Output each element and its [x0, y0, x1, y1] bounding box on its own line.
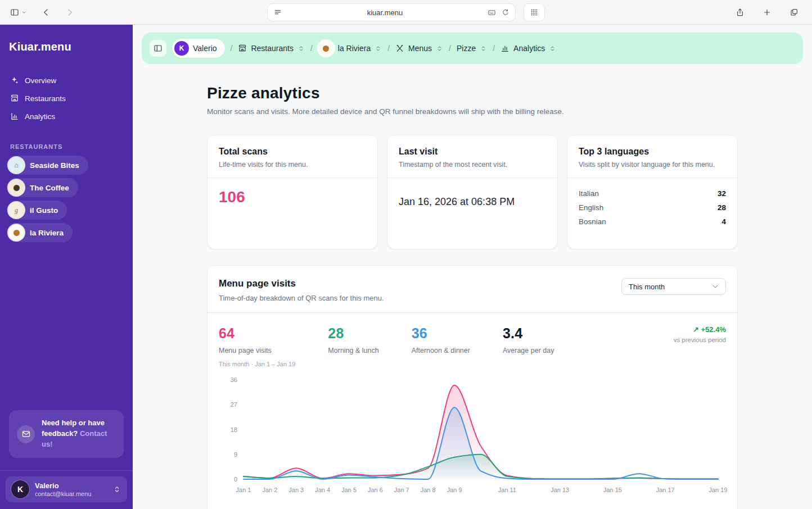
sidebar-item-overview[interactable]: Overview — [6, 72, 127, 88]
breadcrumb-label: Pizze — [457, 44, 476, 53]
breadcrumb-label: la Riviera — [338, 44, 371, 53]
main-content: KValerio/Restaurants/la Riviera/Menus/Pi… — [133, 25, 812, 509]
restaurant-list: ⌂Seaside BitesThe Coffeegil Gustola Rivi… — [0, 156, 133, 242]
language-value: 28 — [718, 203, 726, 212]
help-card: Need help or have feedback? Contact us! — [9, 410, 124, 458]
svg-text:0: 0 — [234, 476, 237, 483]
restaurant-avatar — [318, 40, 334, 56]
sidebar-item-label: Restaurants — [25, 94, 66, 103]
breadcrumb-item-menus[interactable]: Menus — [395, 44, 443, 53]
breadcrumb-separator: / — [493, 44, 495, 53]
language-row: English28 — [579, 203, 726, 212]
share-icon — [736, 8, 745, 17]
chevron-left-icon — [42, 8, 51, 17]
restaurant-name: il Gusto — [30, 206, 58, 215]
svg-text:Jan 7: Jan 7 — [394, 487, 409, 493]
sidebar: Kiuar.menu OverviewRestaurantsAnalytics … — [0, 25, 133, 509]
breadcrumb-item-valerio[interactable]: KValerio — [172, 39, 225, 58]
chevrons-up-down-icon — [549, 45, 556, 52]
top-languages-card: Top 3 languages Visits split by visitor … — [567, 135, 738, 249]
trend-value: +52.4% — [701, 325, 726, 334]
trend-caption: vs previous period — [674, 337, 726, 343]
storefront-icon — [10, 94, 19, 103]
restaurant-avatar: ⌂ — [8, 157, 24, 173]
breadcrumb-label: Valerio — [193, 44, 217, 53]
date-range-value: This month — [629, 283, 665, 291]
page-title: Pizze analytics — [207, 84, 738, 102]
last-visit-card: Last visit Timestamp of the most recent … — [387, 135, 558, 249]
svg-text:Jan 2: Jan 2 — [262, 487, 277, 493]
svg-text:Jan 6: Jan 6 — [368, 487, 383, 493]
grid-icon — [529, 7, 539, 17]
stat-label: Average per day — [503, 347, 554, 355]
breadcrumb-label: Restaurants — [251, 44, 293, 53]
svg-text:Jan 15: Jan 15 — [603, 487, 622, 493]
breadcrumb-separator: / — [449, 44, 451, 53]
chevrons-up-down-icon — [436, 45, 443, 52]
stats-row: 64Menu page visitsThis month · Jan 1 – J… — [207, 313, 737, 367]
breadcrumb-item-la-riviera[interactable]: la Riviera — [318, 40, 382, 56]
reload-icon[interactable] — [502, 8, 509, 16]
tabs-icon — [790, 8, 799, 17]
svg-text:Jan 13: Jan 13 — [551, 487, 569, 493]
language-label: Italian — [579, 189, 599, 198]
reader-icon[interactable] — [273, 8, 282, 17]
card-description: Visits split by visitor language for thi… — [579, 161, 726, 169]
app-logo: Kiuar.menu — [0, 25, 133, 57]
chevrons-up-down-icon — [112, 485, 121, 494]
date-range-select[interactable]: This month — [621, 278, 726, 295]
language-row: Bosnian4 — [579, 217, 726, 226]
svg-text:Jan 8: Jan 8 — [421, 487, 436, 493]
sidebar-nav: OverviewRestaurantsAnalytics — [0, 72, 133, 124]
breadcrumb-item-pizze[interactable]: Pizze — [457, 44, 487, 53]
sidebar-collapse-button[interactable] — [150, 40, 166, 57]
breadcrumb-separator: / — [231, 44, 233, 53]
panel-left-icon — [10, 8, 19, 17]
back-button[interactable] — [39, 6, 53, 19]
restaurant-item-il-gusto[interactable]: gil Gusto — [7, 201, 67, 220]
sidebar-item-analytics[interactable]: Analytics — [6, 108, 127, 124]
storefront-icon — [238, 44, 247, 53]
stat-value: 36 — [412, 325, 470, 342]
svg-text:Jan 9: Jan 9 — [447, 487, 462, 493]
breadcrumb: KValerio/Restaurants/la Riviera/Menus/Pi… — [142, 33, 803, 64]
svg-text:27: 27 — [231, 401, 237, 408]
stat-label: Menu page visits — [219, 347, 295, 355]
trend-indicator: ↗ +52.4%vs previous period — [674, 325, 726, 367]
breadcrumb-item-restaurants[interactable]: Restaurants — [238, 44, 304, 53]
restaurant-item-the-coffee[interactable]: The Coffee — [7, 178, 78, 197]
card-title: Total scans — [219, 147, 366, 157]
new-tab-button[interactable] — [760, 6, 774, 19]
language-row: Italian32 — [579, 189, 726, 198]
last-visit-value: Jan 16, 2026 at 06:38 PM — [399, 196, 546, 208]
breadcrumb-item-analytics[interactable]: Analytics — [500, 44, 556, 53]
card-title: Last visit — [399, 147, 546, 157]
address-bar[interactable]: kiuar.menu — [268, 4, 515, 21]
restaurant-item-seaside-bites[interactable]: ⌂Seaside Bites — [7, 156, 88, 175]
sidebar-item-label: Analytics — [25, 112, 55, 121]
chevrons-up-down-icon — [375, 45, 382, 52]
user-menu[interactable]: K Valerio contact@kiuar.menu — [6, 476, 127, 502]
share-button[interactable] — [733, 6, 747, 19]
stat-label: Morning & lunch — [328, 347, 378, 355]
sparkles-icon — [10, 76, 19, 85]
forward-button[interactable] — [63, 6, 76, 19]
stat-afternoon-dinner: 36Afternoon & dinner — [412, 325, 470, 367]
chevrons-up-down-icon — [480, 45, 487, 52]
utensils-icon — [395, 44, 404, 53]
language-value: 32 — [718, 189, 726, 198]
restaurant-item-la-riviera[interactable]: la Riviera — [7, 223, 73, 242]
tab-overview-grid-button[interactable] — [524, 4, 544, 21]
translate-icon[interactable] — [488, 8, 496, 17]
show-tabs-button[interactable] — [787, 6, 801, 19]
chevrons-up-down-icon — [297, 45, 305, 52]
user-email: contact@kiuar.menu — [35, 490, 91, 497]
url-text: kiuar.menu — [282, 8, 488, 17]
svg-text:Jan 11: Jan 11 — [498, 487, 516, 493]
stat-value: 64 — [219, 325, 295, 342]
stat-average-per-day: 3.4Average per day — [503, 325, 554, 367]
stat-menu-page-visits: 64Menu page visitsThis month · Jan 1 – J… — [219, 325, 295, 367]
sidebar-item-restaurants[interactable]: Restaurants — [6, 90, 127, 106]
stat-value: 3.4 — [503, 325, 554, 342]
browser-sidebar-toggle-button[interactable] — [8, 6, 29, 19]
